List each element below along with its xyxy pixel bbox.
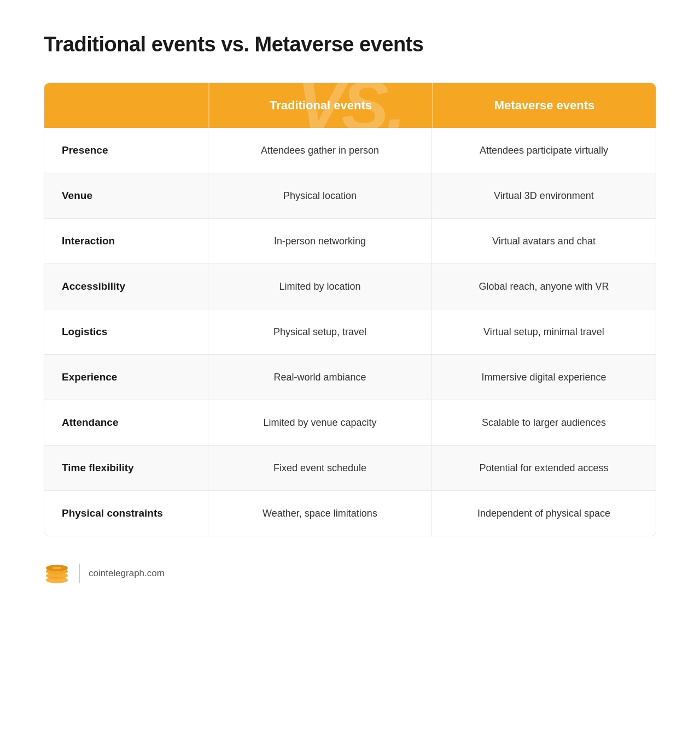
row-metaverse-7: Potential for extended access [432, 446, 656, 490]
row-metaverse-6: Scalable to larger audiences [432, 400, 656, 445]
table-body: Presence Attendees gather in person Atte… [44, 128, 656, 536]
page-title: Traditional events vs. Metaverse events [44, 33, 656, 56]
row-metaverse-8: Independent of physical space [432, 491, 656, 536]
header-category-col [44, 83, 208, 128]
cointelegraph-logo [44, 563, 70, 584]
row-traditional-5: Real-world ambiance [208, 355, 432, 400]
row-metaverse-1: Virtual 3D environment [432, 173, 656, 218]
table-row: Time flexibility Fixed event schedule Po… [44, 446, 656, 491]
row-label-3: Accessibility [44, 264, 208, 309]
row-label-1: Venue [44, 173, 208, 218]
row-traditional-3: Limited by location [208, 264, 432, 309]
row-label-7: Time flexibility [44, 446, 208, 490]
footer-divider [79, 564, 80, 583]
row-traditional-0: Attendees gather in person [208, 128, 432, 173]
row-traditional-1: Physical location [208, 173, 432, 218]
table-header: VS. Traditional events Metaverse events [44, 83, 656, 128]
footer-url: cointelegraph.com [89, 568, 165, 579]
table-row: Physical constraints Weather, space limi… [44, 491, 656, 536]
row-label-6: Attendance [44, 400, 208, 445]
row-label-5: Experience [44, 355, 208, 400]
comparison-table: VS. Traditional events Metaverse events … [44, 83, 656, 536]
row-traditional-2: In-person networking [208, 219, 432, 263]
footer: cointelegraph.com [44, 563, 656, 584]
table-row: Presence Attendees gather in person Atte… [44, 128, 656, 173]
table-row: Logistics Physical setup, travel Virtual… [44, 309, 656, 355]
table-row: Accessibility Limited by location Global… [44, 264, 656, 309]
row-traditional-4: Physical setup, travel [208, 309, 432, 354]
row-metaverse-4: Virtual setup, minimal travel [432, 309, 656, 354]
row-label-2: Interaction [44, 219, 208, 263]
header-metaverse: Metaverse events [432, 83, 656, 128]
table-row: Venue Physical location Virtual 3D envir… [44, 173, 656, 219]
table-row: Attendance Limited by venue capacity Sca… [44, 400, 656, 446]
header-traditional: Traditional events [208, 83, 432, 128]
row-metaverse-3: Global reach, anyone with VR [432, 264, 656, 309]
table-row: Interaction In-person networking Virtual… [44, 219, 656, 264]
row-metaverse-0: Attendees participate virtually [432, 128, 656, 173]
row-traditional-7: Fixed event schedule [208, 446, 432, 490]
row-label-4: Logistics [44, 309, 208, 354]
row-label-8: Physical constraints [44, 491, 208, 536]
row-traditional-8: Weather, space limitations [208, 491, 432, 536]
table-row: Experience Real-world ambiance Immersive… [44, 355, 656, 400]
row-metaverse-2: Virtual avatars and chat [432, 219, 656, 263]
row-metaverse-5: Immersive digital experience [432, 355, 656, 400]
row-traditional-6: Limited by venue capacity [208, 400, 432, 445]
row-label-0: Presence [44, 128, 208, 173]
